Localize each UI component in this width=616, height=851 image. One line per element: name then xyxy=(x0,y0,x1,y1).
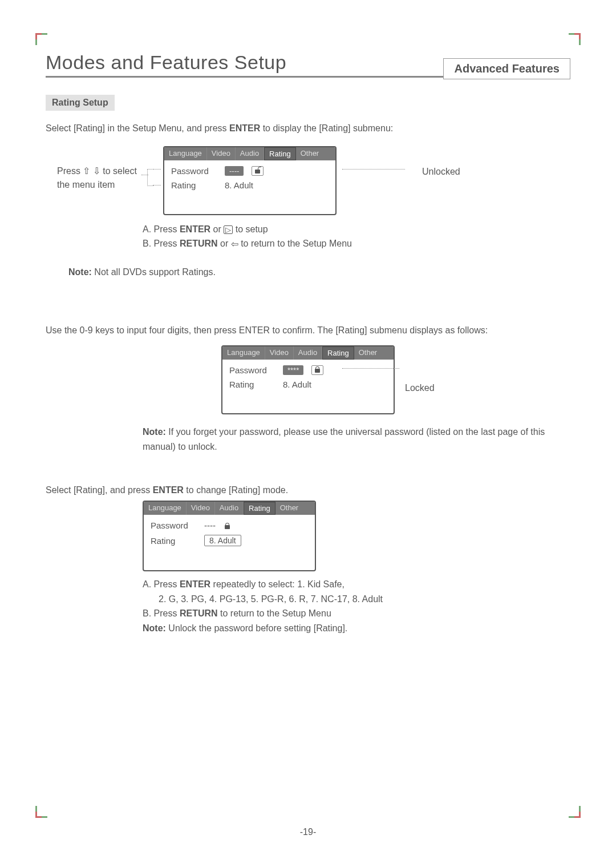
menu1-password-value: ---- xyxy=(225,166,244,176)
crop-mark-bl xyxy=(35,806,47,818)
tab2-language: Language xyxy=(222,346,265,360)
tab-language: Language xyxy=(164,147,207,160)
crop-mark-br xyxy=(569,806,581,818)
header-row: Modes and Features Setup Advanced Featur… xyxy=(46,51,570,78)
tab-video: Video xyxy=(207,147,236,160)
menu3-rating-value: 8. Adult xyxy=(204,535,241,546)
step1a: A. Press ENTER or ▷ to setup xyxy=(143,222,570,237)
tabs-2: Language Video Audio Rating Other xyxy=(222,346,394,360)
intro-text: Select [Rating] in the Setup Menu, and p… xyxy=(46,121,570,136)
step3b: B. Press RETURN to return to the Setup M… xyxy=(143,606,570,621)
menu-3-wrap: Language Video Audio Rating Other Passwo… xyxy=(143,501,570,571)
arrow-left-return-icon: ⇦ xyxy=(231,240,238,249)
tabs-1: Language Video Audio Rating Other xyxy=(164,147,335,160)
tabs-3: Language Video Audio Rating Other xyxy=(144,502,315,515)
hint-left: Press ⇧ ⇩ to select the menu item xyxy=(57,164,143,192)
tab-other: Other xyxy=(296,147,324,160)
lock-closed-icon-3 xyxy=(224,521,231,530)
tab3-other: Other xyxy=(275,502,303,515)
arrow-right-bracket-icon: ▷ xyxy=(224,225,233,234)
menu-box-3: Language Video Audio Rating Other Passwo… xyxy=(143,501,316,571)
step1b: B. Press RETURN or ⇦ to return to the Se… xyxy=(143,236,570,251)
menu3-password-value: ---- xyxy=(204,521,216,530)
menu2-password-row: Password **** xyxy=(229,365,387,375)
note1-text: Not all DVDs support Ratings. xyxy=(92,267,216,277)
status-unlocked: Unlocked xyxy=(422,167,460,177)
menu1-rating-row: Rating 8. Adult xyxy=(171,180,329,190)
page: Modes and Features Setup Advanced Featur… xyxy=(0,0,616,851)
tab3-video: Video xyxy=(187,502,215,515)
step3a: A. Press ENTER repeatedly to select: 1. … xyxy=(143,577,570,592)
para-2: Use the 0-9 keys to input four digits, t… xyxy=(46,323,570,338)
note2-label: Note: xyxy=(143,427,166,437)
note1-label: Note: xyxy=(68,267,92,277)
menu2-rating-value: 8. Adult xyxy=(283,380,311,389)
intro-bold: ENTER xyxy=(229,123,260,133)
intro-post: to display the [Rating] submenu: xyxy=(260,123,393,133)
menu1-rating-value: 8. Adult xyxy=(225,180,253,190)
menu-box-2: Language Video Audio Rating Other Passwo… xyxy=(221,345,395,414)
steps-3: A. Press ENTER repeatedly to select: 1. … xyxy=(143,577,570,635)
section-rating-setup: Rating Setup xyxy=(46,95,115,111)
tab-audio: Audio xyxy=(236,147,264,160)
para-3: Select [Rating], and press ENTER to chan… xyxy=(46,483,570,498)
hint-left-text: Press ⇧ ⇩ to select the menu item xyxy=(57,166,137,189)
content-area: Modes and Features Setup Advanced Featur… xyxy=(40,34,576,636)
tab2-other: Other xyxy=(354,346,382,360)
note-1: Note: Not all DVDs support Ratings. xyxy=(68,267,570,277)
menu2-rating-row: Rating 8. Adult xyxy=(229,380,387,389)
status-locked: Locked xyxy=(405,383,435,393)
menu-body-1: Password ---- Rating 8. Adult xyxy=(164,160,335,214)
tab2-audio: Audio xyxy=(294,346,322,360)
tab3-language: Language xyxy=(144,502,187,515)
menu3-rating-label: Rating xyxy=(151,536,196,546)
menu2-rating-label: Rating xyxy=(229,380,275,389)
steps-1: A. Press ENTER or ▷ to setup B. Press RE… xyxy=(143,222,570,251)
menu-2-wrap: Language Video Audio Rating Other Passwo… xyxy=(46,345,570,414)
menu1-password-row: Password ---- xyxy=(171,166,329,176)
menu2-password-value: **** xyxy=(283,365,303,375)
tab2-video: Video xyxy=(265,346,294,360)
menu1-password-label: Password xyxy=(171,166,217,176)
intro-pre: Select [Rating] in the Setup Menu, and p… xyxy=(46,123,229,133)
menu1-rating-label: Rating xyxy=(171,180,217,190)
note2-text: If you forget your password, please use … xyxy=(143,427,545,451)
page-title: Modes and Features Setup xyxy=(46,51,286,74)
step3a-line2: 2. G, 3. PG, 4. PG-13, 5. PG-R, 6. R, 7.… xyxy=(159,592,570,607)
row-1: Press ⇧ ⇩ to select the menu item Langua… xyxy=(46,146,570,215)
lock-open-icon xyxy=(252,166,264,176)
tab3-rating: Rating xyxy=(244,502,275,515)
lock-closed-icon xyxy=(311,365,323,375)
menu3-rating-row: Rating 8. Adult xyxy=(151,535,308,546)
menu3-password-row: Password ---- xyxy=(151,521,308,530)
tab-rating: Rating xyxy=(264,147,296,160)
menu-body-3: Password ---- Rating 8. Adult xyxy=(144,515,315,570)
advanced-features-box: Advanced Features xyxy=(443,58,570,79)
tab2-rating: Rating xyxy=(322,346,354,360)
note-2: Note: If you forget your password, pleas… xyxy=(143,425,570,454)
menu3-password-label: Password xyxy=(151,521,196,530)
tab3-audio: Audio xyxy=(215,502,244,515)
menu2-password-label: Password xyxy=(229,365,275,375)
step3-note: Note: Unlock the password before setting… xyxy=(143,621,570,636)
page-number: -19- xyxy=(300,827,316,837)
menu-box-1: Language Video Audio Rating Other Passwo… xyxy=(163,146,337,215)
